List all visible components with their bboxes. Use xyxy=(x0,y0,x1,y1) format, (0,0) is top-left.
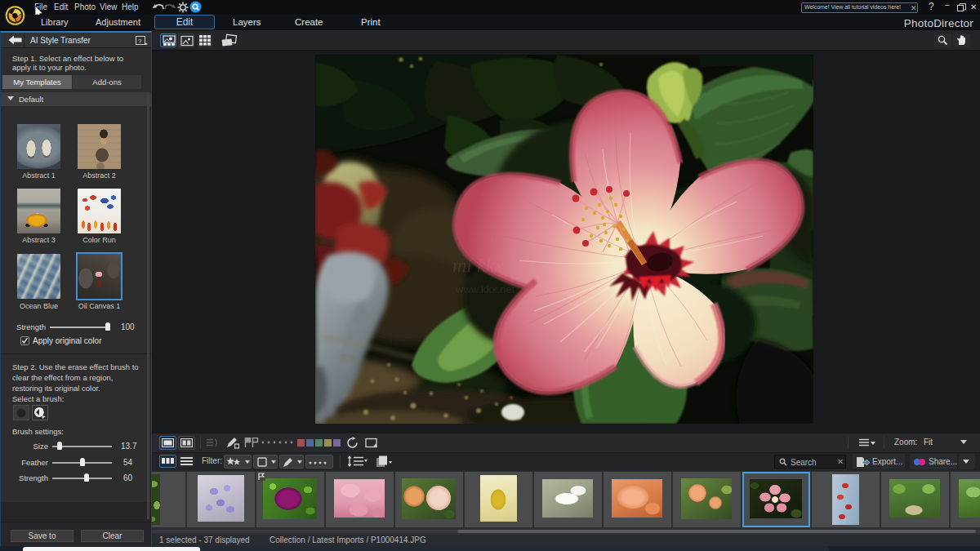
svg-text:www.kkx.net: www.kkx.net xyxy=(455,283,515,295)
svg-text:mi kkx: mi kkx xyxy=(452,255,503,276)
svg-text:?: ? xyxy=(138,38,142,45)
